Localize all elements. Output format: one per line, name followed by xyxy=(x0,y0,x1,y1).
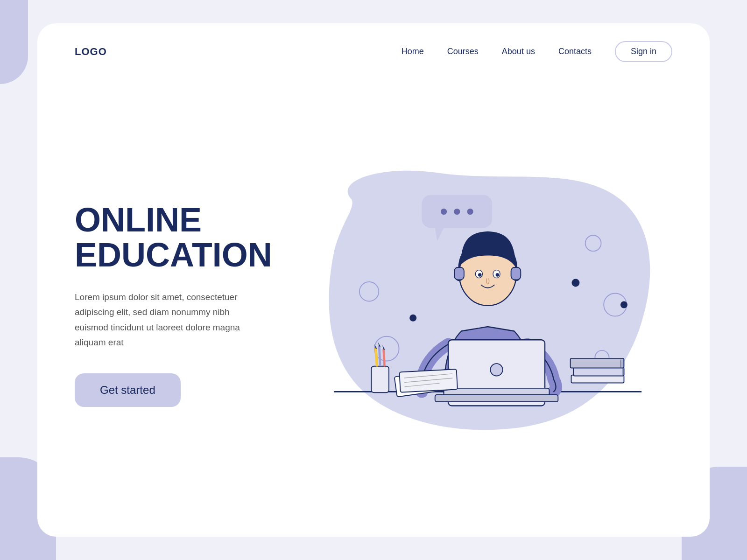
svg-point-5 xyxy=(409,315,416,322)
svg-rect-29 xyxy=(571,358,624,368)
nav-links: Home Courses About us Contacts Sign in xyxy=(402,41,672,62)
hero-illustration xyxy=(299,146,672,463)
svg-point-25 xyxy=(490,364,502,376)
get-started-button[interactable]: Get started xyxy=(75,373,181,407)
svg-point-6 xyxy=(571,279,579,287)
bg-blob-topleft xyxy=(0,0,28,84)
svg-rect-35 xyxy=(399,369,457,392)
hero-left: ONLINE EDUCATION Lorem ipsum dolor sit a… xyxy=(75,203,299,407)
svg-point-12 xyxy=(467,209,473,215)
navbar: LOGO Home Courses About us Contacts Sign… xyxy=(37,23,710,62)
svg-rect-28 xyxy=(573,367,624,376)
svg-rect-21 xyxy=(454,267,464,280)
svg-rect-39 xyxy=(371,366,389,392)
svg-point-7 xyxy=(620,301,627,308)
nav-about[interactable]: About us xyxy=(502,47,535,56)
svg-line-42 xyxy=(384,350,385,365)
nav-courses[interactable]: Courses xyxy=(447,47,479,56)
svg-point-11 xyxy=(454,209,460,215)
svg-point-10 xyxy=(441,209,447,215)
svg-rect-26 xyxy=(435,395,558,402)
signin-button[interactable]: Sign in xyxy=(615,41,672,62)
hero-title: ONLINE EDUCATION xyxy=(75,203,280,273)
svg-point-20 xyxy=(496,273,500,277)
illustration-svg xyxy=(299,146,672,463)
svg-line-41 xyxy=(379,346,380,364)
hero-section: ONLINE EDUCATION Lorem ipsum dolor sit a… xyxy=(37,62,710,519)
nav-home[interactable]: Home xyxy=(402,47,424,56)
svg-point-19 xyxy=(478,273,482,277)
svg-rect-22 xyxy=(511,267,521,280)
main-card: LOGO Home Courses About us Contacts Sign… xyxy=(37,23,710,537)
svg-line-40 xyxy=(376,349,377,365)
hero-description: Lorem ipsum dolor sit amet, consectetuer… xyxy=(75,290,252,350)
nav-contacts[interactable]: Contacts xyxy=(558,47,592,56)
logo: LOGO xyxy=(75,46,107,58)
